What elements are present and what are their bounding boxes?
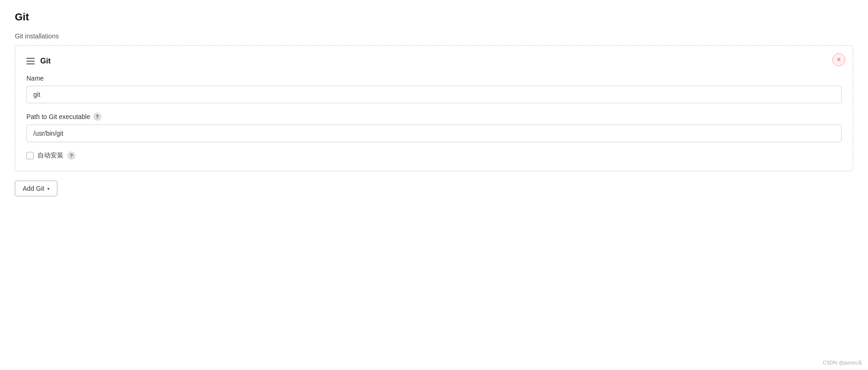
page-title: Git — [15, 11, 853, 23]
dropdown-arrow-icon: ▾ — [47, 186, 50, 191]
auto-install-help-icon[interactable]: ? — [67, 151, 75, 160]
path-field-group: Path to Git executable ? — [26, 113, 842, 142]
drag-handle-icon[interactable] — [26, 58, 35, 64]
auto-install-checkbox[interactable] — [26, 152, 34, 159]
card-header: Git — [26, 57, 842, 65]
auto-install-label: 自动安装 — [38, 151, 63, 160]
add-git-button[interactable]: Add Git ▾ — [15, 181, 57, 196]
add-git-label: Add Git — [23, 185, 44, 192]
section-label: Git installations — [15, 32, 853, 40]
name-input[interactable] — [26, 86, 842, 103]
path-label: Path to Git executable ? — [26, 113, 842, 121]
name-label: Name — [26, 75, 842, 82]
auto-install-row: 自动安装 ? — [26, 151, 842, 160]
close-button[interactable]: × — [832, 53, 845, 66]
name-field-group: Name — [26, 75, 842, 103]
path-input[interactable] — [26, 125, 842, 142]
path-help-icon[interactable]: ? — [93, 113, 101, 121]
git-installation-card: Git × Name Path to Git executable ? 自动安装… — [15, 45, 853, 171]
card-title: Git — [40, 57, 50, 65]
